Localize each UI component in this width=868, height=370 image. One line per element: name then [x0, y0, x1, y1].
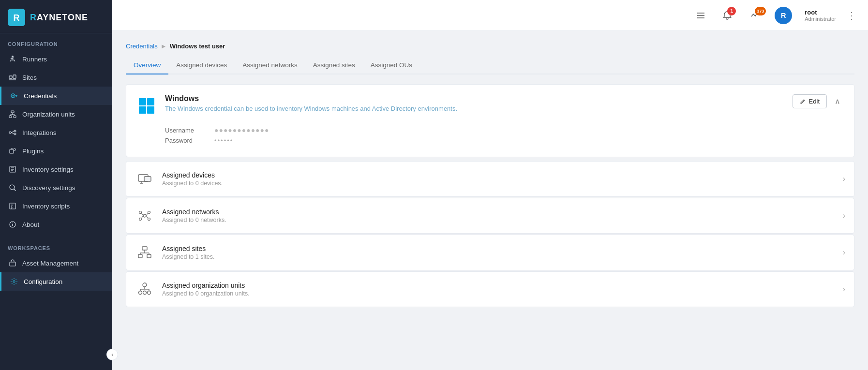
breadcrumb: Credentials ► Windows test user	[126, 43, 854, 50]
inventory-scripts-icon	[8, 201, 17, 211]
svg-line-48	[803, 100, 804, 101]
sidebar-item-credentials[interactable]: Credentials	[0, 87, 112, 105]
activity-badge: 373	[755, 7, 766, 15]
svg-rect-36	[10, 262, 15, 266]
user-avatar[interactable]: R	[775, 7, 792, 24]
svg-rect-46	[139, 106, 146, 114]
svg-rect-10	[11, 111, 14, 113]
logo-text: RAYNETONE	[30, 13, 88, 23]
notification-bell-button[interactable]: 1	[718, 7, 736, 24]
breadcrumb-separator: ►	[161, 43, 167, 50]
sidebar-item-org-units[interactable]: Organization units	[0, 105, 112, 123]
assigned-org-units-icon	[135, 280, 154, 299]
assigned-devices-info: Assigned devices Assigned to 0 devices.	[162, 171, 835, 187]
assigned-org-units-sub: Assigned to 0 organization units.	[162, 290, 835, 297]
configuration-workspace-icon	[9, 277, 19, 286]
svg-line-21	[11, 133, 14, 134]
sidebar-item-asset-management-label: Asset Management	[22, 260, 78, 267]
assigned-devices-title: Assigned devices	[162, 171, 835, 179]
svg-rect-22	[10, 149, 14, 153]
sidebar-item-integrations-label: Integrations	[22, 129, 57, 136]
svg-point-41	[697, 13, 698, 14]
svg-point-19	[14, 133, 16, 135]
sites-icon	[8, 73, 17, 82]
sidebar-item-about[interactable]: About	[0, 215, 112, 234]
sidebar-item-sites[interactable]: Sites	[0, 68, 112, 87]
sidebar-collapse-button[interactable]: ‹	[106, 349, 118, 360]
sidebar-item-discovery-settings[interactable]: Discovery settings	[0, 178, 112, 197]
sidebar-item-inventory-settings[interactable]: Inventory settings	[0, 160, 112, 178]
username-value: ●●●●●●●●●●●●	[214, 126, 269, 134]
svg-point-56	[139, 218, 142, 221]
svg-rect-12	[14, 116, 16, 118]
assigned-networks-section[interactable]: Assigned networks Assigned to 0 networks…	[126, 198, 854, 234]
tab-assigned-devices[interactable]: Assigned devices	[168, 58, 235, 74]
sidebar-item-configuration-workspace-label: Configuration	[24, 278, 62, 285]
credential-title: Windows	[165, 94, 785, 103]
sidebar-item-discovery-settings-label: Discovery settings	[22, 184, 75, 192]
assigned-networks-icon	[135, 206, 154, 225]
svg-point-29	[10, 185, 15, 190]
tab-assigned-sites[interactable]: Assigned sites	[305, 58, 363, 74]
credential-subtitle: The Windows credential can be used to in…	[165, 105, 785, 112]
sidebar-item-inventory-scripts-label: Inventory scripts	[22, 203, 70, 210]
assigned-sites-sub: Assigned to 1 sites.	[162, 253, 835, 260]
edit-button-label: Edit	[809, 98, 820, 105]
password-label: Password	[165, 137, 209, 144]
runners-icon	[8, 54, 17, 64]
svg-rect-44	[139, 98, 146, 105]
topbar: 1 373 R root Administrator ⋮	[112, 0, 868, 31]
sidebar-item-sites-label: Sites	[22, 74, 37, 81]
assigned-sites-info: Assigned sites Assigned to 1 sites.	[162, 245, 835, 260]
sidebar-item-asset-management[interactable]: Asset Management	[0, 254, 112, 272]
edit-button[interactable]: Edit	[793, 94, 827, 108]
assigned-org-units-title: Assigned organization units	[162, 281, 835, 289]
user-role: Administrator	[805, 16, 836, 22]
svg-point-71	[148, 291, 151, 295]
sidebar-item-plugins[interactable]: Plugins	[0, 142, 112, 160]
sidebar-item-inventory-scripts[interactable]: Inventory scripts	[0, 197, 112, 215]
svg-point-69	[143, 283, 147, 287]
credential-card-header: Windows The Windows credential can be us…	[126, 85, 854, 126]
tab-assigned-ous[interactable]: Assigned OUs	[363, 58, 420, 74]
svg-rect-4	[13, 75, 16, 78]
svg-point-43	[697, 17, 698, 18]
svg-rect-47	[147, 106, 154, 114]
svg-point-57	[148, 218, 150, 221]
plugins-icon	[8, 146, 17, 156]
sidebar-logo: R RAYNETONE	[0, 0, 112, 33]
config-section-label: Configuration	[0, 33, 112, 50]
sidebar-item-runners-label: Runners	[22, 56, 47, 63]
sidebar-item-integrations[interactable]: Integrations	[0, 123, 112, 142]
svg-rect-11	[9, 116, 12, 118]
assigned-sites-section[interactable]: Assigned sites Assigned to 1 sites. ›	[126, 235, 854, 270]
svg-line-59	[146, 213, 148, 216]
password-value: ••••••	[214, 137, 233, 144]
topbar-actions: 1 373 R root Administrator ⋮	[692, 7, 856, 24]
svg-point-35	[12, 222, 13, 223]
raynetone-logo-icon: R	[8, 9, 25, 26]
tab-overview[interactable]: Overview	[126, 58, 168, 74]
about-icon	[8, 220, 17, 229]
list-icon-button[interactable]	[692, 7, 710, 24]
assigned-org-units-section[interactable]: Assigned organization units Assigned to …	[126, 271, 854, 307]
topbar-more-button[interactable]: ⋮	[847, 10, 856, 21]
breadcrumb-parent-link[interactable]: Credentials	[126, 43, 158, 50]
svg-point-72	[143, 291, 147, 295]
user-info[interactable]: root Administrator	[805, 9, 836, 22]
svg-point-2	[12, 56, 14, 58]
activity-icon-button[interactable]: 373	[745, 7, 766, 24]
sidebar-item-configuration-workspace[interactable]: Configuration	[0, 272, 112, 291]
sidebar-item-plugins-label: Plugins	[22, 148, 44, 155]
collapse-button[interactable]: ∧	[831, 95, 844, 108]
assigned-org-units-info: Assigned organization units Assigned to …	[162, 281, 835, 297]
assigned-org-units-chevron: ›	[843, 285, 845, 294]
svg-text:R: R	[14, 13, 20, 23]
svg-rect-3	[9, 76, 12, 78]
sidebar-item-runners[interactable]: Runners	[0, 50, 112, 68]
tab-assigned-networks[interactable]: Assigned networks	[235, 58, 305, 74]
assigned-devices-section[interactable]: Assigned devices Assigned to 0 devices. …	[126, 161, 854, 197]
credential-card-info: Windows The Windows credential can be us…	[165, 94, 785, 112]
inventory-settings-icon	[8, 164, 17, 174]
svg-line-61	[146, 216, 148, 218]
